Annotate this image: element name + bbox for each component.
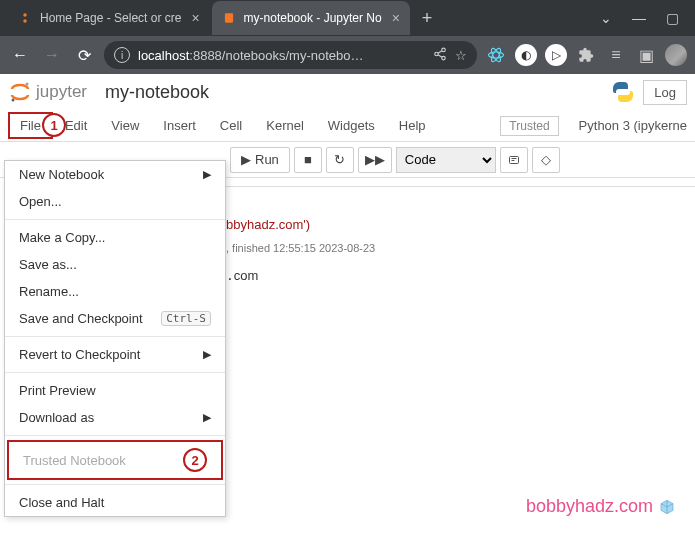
menu-open[interactable]: Open... [5,188,225,215]
svg-point-1 [23,19,27,23]
python-logo-icon [611,80,635,104]
address-bar[interactable]: i localhost:8888/notebooks/my-notebo… ☆ [104,41,477,69]
maximize-icon[interactable]: ▢ [666,10,679,26]
svg-point-10 [12,99,15,102]
minimize-icon[interactable]: — [632,10,646,26]
bookmark-icon[interactable]: ☆ [455,48,467,63]
url-host: localhost [138,48,189,63]
code-cell-fragment: bbyhadz.com') [226,217,695,232]
jupyter-logo-text: jupyter [36,82,87,102]
execution-info: , finished 12:55:15 2023-08-23 [226,242,695,254]
browser-nav-bar: ← → ⟳ i localhost:8888/notebooks/my-note… [0,36,695,74]
submenu-arrow-icon: ▶ [203,411,211,424]
shortcut-label: Ctrl-S [161,311,211,326]
file-dropdown: New Notebook▶ Open... Make a Copy... Sav… [4,160,226,517]
cell-type-select[interactable]: Code [396,147,496,173]
menu-save-checkpoint[interactable]: Save and CheckpointCtrl-S [5,305,225,332]
browser-tab-home[interactable]: Home Page - Select or cre × [8,1,210,35]
menu-cell[interactable]: Cell [208,112,254,139]
menu-new-notebook[interactable]: New Notebook▶ [5,161,225,188]
chevron-down-icon[interactable]: ⌄ [600,10,612,26]
menu-close-halt[interactable]: Close and Halt [5,489,225,516]
menu-print-preview[interactable]: Print Preview [5,377,225,404]
svg-point-3 [442,48,446,52]
menu-help[interactable]: Help [387,112,438,139]
svg-point-6 [489,52,504,58]
watermark: bobbyhadz.com [526,496,675,517]
close-icon[interactable]: × [191,10,199,26]
reload-button[interactable]: ⟳ [72,46,96,65]
svg-point-5 [442,56,446,60]
cube-icon [659,499,675,515]
submenu-arrow-icon: ▶ [203,348,211,361]
extensions-icon[interactable] [575,44,597,66]
menu-trusted-notebook: Trusted Notebook 2 [7,440,223,480]
menu-view[interactable]: View [99,112,151,139]
jupyter-favicon [18,11,32,25]
notebook-name[interactable]: my-notebook [105,82,209,103]
svg-point-9 [26,83,29,86]
tab-title: my-notebook - Jupyter No [244,11,382,25]
kernel-name[interactable]: Python 3 (ipykerne [579,118,687,133]
react-ext-icon[interactable] [485,44,507,66]
menu-widgets[interactable]: Widgets [316,112,387,139]
back-button[interactable]: ← [8,46,32,64]
restart-button[interactable]: ↻ [326,147,354,173]
svg-point-4 [435,52,439,56]
menu-kernel[interactable]: Kernel [254,112,316,139]
trusted-indicator[interactable]: Trusted [500,116,558,136]
annotation-2: 2 [183,448,207,472]
watermark-text: bobbyhadz.com [526,496,653,517]
notebook-body: bbyhadz.com') , finished 12:55:15 2023-0… [226,178,695,283]
svg-point-0 [23,13,27,17]
menu-save-as[interactable]: Save as... [5,251,225,278]
menu-icon[interactable]: ≡ [605,44,627,66]
submenu-arrow-icon: ▶ [203,168,211,181]
menu-insert[interactable]: Insert [151,112,208,139]
browser-tab-notebook[interactable]: my-notebook - Jupyter No × [212,1,410,35]
share-icon[interactable] [433,47,447,64]
cell-output: .com [226,268,695,283]
url-path: :8888/notebooks/my-notebo… [189,48,363,63]
menu-rename[interactable]: Rename... [5,278,225,305]
menu-revert[interactable]: Revert to Checkpoint▶ [5,341,225,368]
forward-button[interactable]: → [40,46,64,64]
menu-make-copy[interactable]: Make a Copy... [5,224,225,251]
site-info-icon[interactable]: i [114,47,130,63]
ext-play-icon[interactable]: ▷ [545,44,567,66]
notebook-favicon [222,11,236,25]
browser-tab-strip: Home Page - Select or cre × my-notebook … [0,0,695,36]
jupyter-header: jupyter my-notebook Log [0,74,695,110]
new-tab-button[interactable]: + [422,8,433,29]
toolbar-extra-button[interactable]: ◇ [532,147,560,173]
stop-button[interactable]: ■ [294,147,322,173]
restart-run-button[interactable]: ▶▶ [358,147,392,173]
window-controls: ⌄ — ▢ [600,10,695,26]
profile-avatar[interactable] [665,44,687,66]
logout-button[interactable]: Log [643,80,687,105]
ext-circle-icon[interactable]: ◐ [515,44,537,66]
tab-title: Home Page - Select or cre [40,11,181,25]
close-icon[interactable]: × [392,10,400,26]
run-button[interactable]: ▶ Run [230,147,290,173]
extensions-row: ◐ ▷ ≡ ▣ [485,44,687,66]
jupyter-logo[interactable]: jupyter [8,80,87,104]
panel-icon[interactable]: ▣ [635,44,657,66]
annotation-1: 1 [42,113,66,137]
jupyter-logo-icon [8,80,32,104]
svg-rect-2 [225,13,233,22]
command-palette-button[interactable] [500,147,528,173]
menu-download-as[interactable]: Download as▶ [5,404,225,431]
menu-bar: File Edit View Insert Cell Kernel Widget… [0,110,695,142]
